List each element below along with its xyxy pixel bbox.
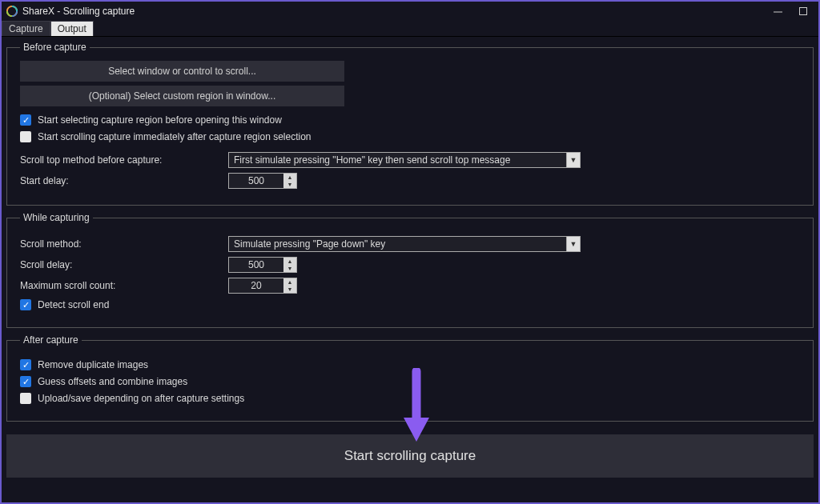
svg-rect-2 (800, 8, 807, 15)
scroll-method-label: Scroll method: (20, 238, 228, 250)
spinner-arrows-icon[interactable]: ▲▼ (283, 278, 296, 293)
scroll-top-method-select[interactable]: First simulate pressing "Home" key then … (228, 152, 581, 168)
spinner-arrows-icon[interactable]: ▲▼ (283, 258, 296, 272)
select-window-button[interactable]: Select window or control to scroll... (20, 61, 344, 82)
max-scroll-label: Maximum scroll count: (20, 280, 228, 291)
scroll-method-value: Simulate pressing "Page down" key (234, 238, 385, 250)
scroll-delay-label: Scroll delay: (20, 259, 228, 270)
while-capturing-legend: While capturing (20, 212, 93, 223)
titlebar: ShareX - Scrolling capture (2, 2, 818, 21)
start-scrolling-immediately-checkbox[interactable] (20, 131, 31, 142)
sharex-logo-icon (6, 6, 18, 17)
start-scrolling-immediately-label: Start scrolling capture immediately afte… (38, 131, 312, 142)
custom-region-button[interactable]: (Optional) Select custom region in windo… (20, 86, 344, 106)
scroll-delay-value: 500 (229, 258, 283, 272)
tab-output[interactable]: Output (50, 21, 94, 36)
tab-bar: Capture Output (2, 21, 818, 37)
start-delay-spinner[interactable]: 500 ▲▼ (228, 173, 297, 189)
minimize-button[interactable] (772, 6, 783, 17)
guess-offsets-checkbox[interactable]: ✓ (20, 376, 31, 387)
scroll-top-method-value: First simulate pressing "Home" key then … (234, 154, 510, 166)
max-scroll-value: 20 (229, 278, 283, 293)
scroll-delay-spinner[interactable]: 500 ▲▼ (228, 257, 297, 273)
chevron-down-icon: ▼ (566, 236, 581, 252)
start-selecting-checkbox[interactable]: ✓ (20, 114, 31, 126)
start-delay-label: Start delay: (20, 175, 228, 186)
spinner-arrows-icon[interactable]: ▲▼ (283, 174, 296, 188)
upload-save-checkbox[interactable] (20, 393, 31, 404)
remove-dup-label: Remove duplicate images (38, 359, 148, 370)
start-scrolling-capture-button[interactable]: Start scrolling capture (6, 434, 814, 478)
remove-dup-checkbox[interactable]: ✓ (20, 359, 31, 370)
while-capturing-group: While capturing Scroll method: Simulate … (6, 212, 814, 328)
before-capture-legend: Before capture (20, 42, 90, 53)
before-capture-group: Before capture Select window or control … (6, 42, 814, 206)
tab-capture[interactable]: Capture (2, 21, 50, 36)
guess-offsets-label: Guess offsets and combine images (38, 376, 187, 387)
max-scroll-spinner[interactable]: 20 ▲▼ (228, 278, 297, 294)
chevron-down-icon: ▼ (566, 152, 581, 168)
upload-save-label: Upload/save depending on after capture s… (38, 393, 244, 404)
start-delay-value: 500 (229, 174, 283, 188)
detect-scroll-end-label: Detect scroll end (38, 299, 109, 310)
maximize-button[interactable] (798, 6, 809, 17)
after-capture-group: After capture ✓ Remove duplicate images … (6, 334, 814, 422)
start-selecting-label: Start selecting capture region before op… (38, 114, 282, 126)
detect-scroll-end-checkbox[interactable]: ✓ (20, 299, 31, 310)
window-title: ShareX - Scrolling capture (22, 6, 772, 17)
scroll-top-method-label: Scroll top method before capture: (20, 154, 228, 166)
after-capture-legend: After capture (20, 334, 82, 346)
scroll-method-select[interactable]: Simulate pressing "Page down" key ▼ (228, 236, 581, 252)
